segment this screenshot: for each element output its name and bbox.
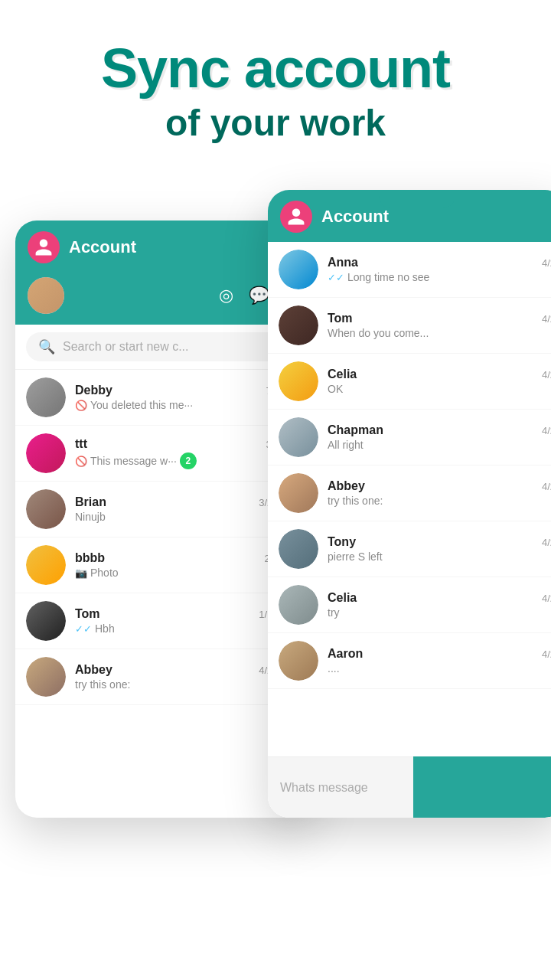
status-icon[interactable]: ◎ bbox=[219, 286, 233, 305]
contact-message: pierre S left bbox=[328, 550, 551, 563]
contact-time: 4/2 bbox=[542, 481, 551, 492]
contact-list-item[interactable]: Celia 4/2 try bbox=[268, 577, 551, 633]
contact-content: Celia 4/2 OK bbox=[328, 368, 551, 395]
contact-avatar bbox=[279, 473, 318, 513]
contact-message: ✓✓Long time no see bbox=[328, 271, 551, 283]
chat-name: ttt bbox=[75, 437, 87, 451]
contact-content: Tony 4/2 pierre S left bbox=[328, 535, 551, 563]
bottom-input-area: Whats message bbox=[268, 756, 551, 818]
contact-list-item[interactable]: Celia 4/2 OK bbox=[268, 354, 551, 410]
chat-avatar bbox=[26, 657, 66, 697]
chat-avatar bbox=[26, 601, 66, 641]
contact-content: Celia 4/2 try bbox=[328, 591, 551, 619]
contact-name: Abbey bbox=[328, 479, 365, 493]
contact-message: try bbox=[328, 606, 551, 619]
right-contact-list: Anna 4/2 ✓✓Long time no see Tom 4/2 When… bbox=[268, 242, 551, 818]
contact-avatar bbox=[279, 641, 318, 681]
contact-list-item[interactable]: Anna 4/2 ✓✓Long time no see bbox=[268, 242, 551, 298]
user-avatar bbox=[28, 277, 64, 314]
contact-name: Celia bbox=[328, 591, 357, 605]
contact-name: Anna bbox=[328, 256, 358, 270]
chat-avatar bbox=[26, 489, 66, 529]
teal-corner bbox=[413, 756, 551, 818]
chat-name: Debby bbox=[75, 384, 112, 397]
phone-notch bbox=[379, 190, 455, 208]
contact-list-item[interactable]: Aaron 4/2 .... bbox=[268, 633, 551, 689]
hero-title: Sync account bbox=[31, 38, 520, 99]
contact-time: 4/2 bbox=[542, 425, 551, 436]
contact-name: Tony bbox=[328, 535, 356, 549]
contact-content: Chapman 4/2 All right bbox=[328, 423, 551, 451]
contact-message: When do you come... bbox=[328, 327, 551, 339]
contact-time: 4/2 bbox=[542, 369, 551, 381]
chat-avatar bbox=[26, 545, 66, 585]
chat-icon[interactable]: 💬 bbox=[249, 286, 269, 305]
contact-message: OK bbox=[328, 383, 551, 395]
contact-content: Tom 4/2 When do you come... bbox=[328, 312, 551, 339]
contact-time: 4/2 bbox=[542, 537, 551, 548]
search-input-container[interactable]: 🔍 Search or start new c... bbox=[26, 332, 303, 361]
phones-container: Account ↺ ◎ 💬 ⋮ 🔍 Search or start new c.… bbox=[0, 175, 551, 925]
contact-content: Aaron 4/2 .... bbox=[328, 647, 551, 675]
contact-name: Aaron bbox=[328, 647, 363, 661]
chat-avatar bbox=[26, 433, 66, 473]
contact-message: .... bbox=[328, 662, 551, 675]
contact-list-item[interactable]: Tom 4/2 When do you come... bbox=[268, 298, 551, 354]
chat-name: Tom bbox=[75, 607, 100, 621]
contact-avatar bbox=[279, 529, 318, 569]
contact-content: Abbey 4/2 try this one: bbox=[328, 479, 551, 507]
search-icon: 🔍 bbox=[38, 338, 55, 355]
contact-message: try this one: bbox=[328, 495, 551, 507]
chat-avatar bbox=[26, 377, 66, 417]
contact-time: 4/2 bbox=[542, 648, 551, 660]
right-phone: Account Anna 4/2 ✓✓Long time no see Tom … bbox=[268, 190, 551, 818]
contact-avatar bbox=[279, 305, 318, 345]
chat-name: bbbb bbox=[75, 551, 105, 565]
contact-name: Celia bbox=[328, 368, 357, 381]
account-avatar bbox=[28, 231, 60, 263]
contact-name: Tom bbox=[328, 312, 353, 325]
right-account-avatar bbox=[280, 201, 312, 233]
contact-list-item[interactable]: Abbey 4/2 try this one: bbox=[268, 466, 551, 521]
contact-avatar bbox=[279, 250, 318, 289]
contact-time: 4/2 bbox=[542, 313, 551, 325]
search-placeholder: Search or start new c... bbox=[63, 340, 189, 354]
contact-list-item[interactable]: Tony 4/2 pierre S left bbox=[268, 521, 551, 577]
contact-list-item[interactable]: Chapman 4/2 All right bbox=[268, 410, 551, 466]
contact-avatar bbox=[279, 585, 318, 625]
right-phone-title: Account bbox=[321, 207, 551, 227]
contact-name: Chapman bbox=[328, 423, 383, 437]
left-phone-title: Account bbox=[69, 237, 279, 257]
contact-message: All right bbox=[328, 439, 551, 451]
hero-subtitle: of your work bbox=[31, 102, 520, 144]
contact-avatar bbox=[279, 417, 318, 457]
contact-content: Anna 4/2 ✓✓Long time no see bbox=[328, 256, 551, 283]
chat-name: Abbey bbox=[75, 663, 112, 677]
hero-section: Sync account of your work bbox=[0, 0, 551, 167]
contact-avatar bbox=[279, 361, 318, 401]
chat-name: Brian bbox=[75, 495, 106, 509]
contact-time: 4/2 bbox=[542, 593, 551, 604]
contact-time: 4/2 bbox=[542, 257, 551, 269]
